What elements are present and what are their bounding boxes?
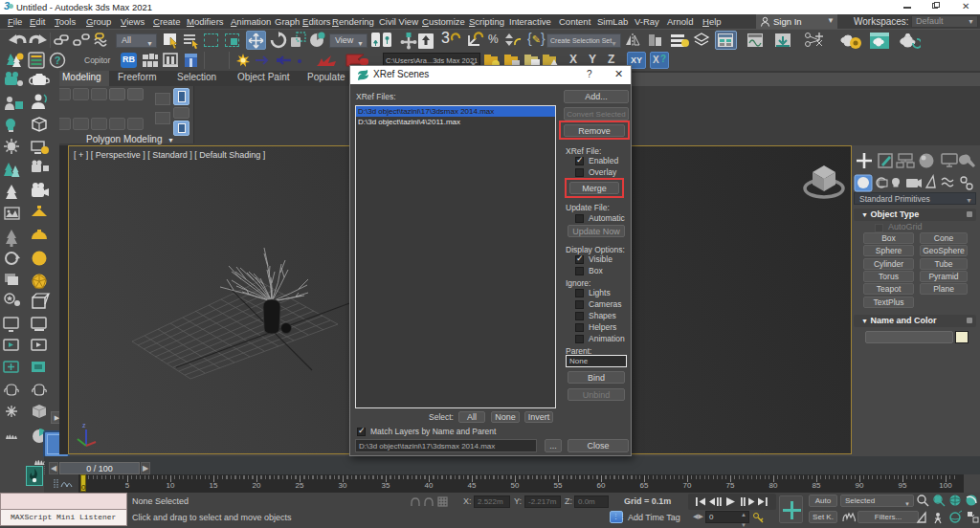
svg-text:z: z xyxy=(82,422,86,429)
svg-text:?: ? xyxy=(55,55,61,66)
